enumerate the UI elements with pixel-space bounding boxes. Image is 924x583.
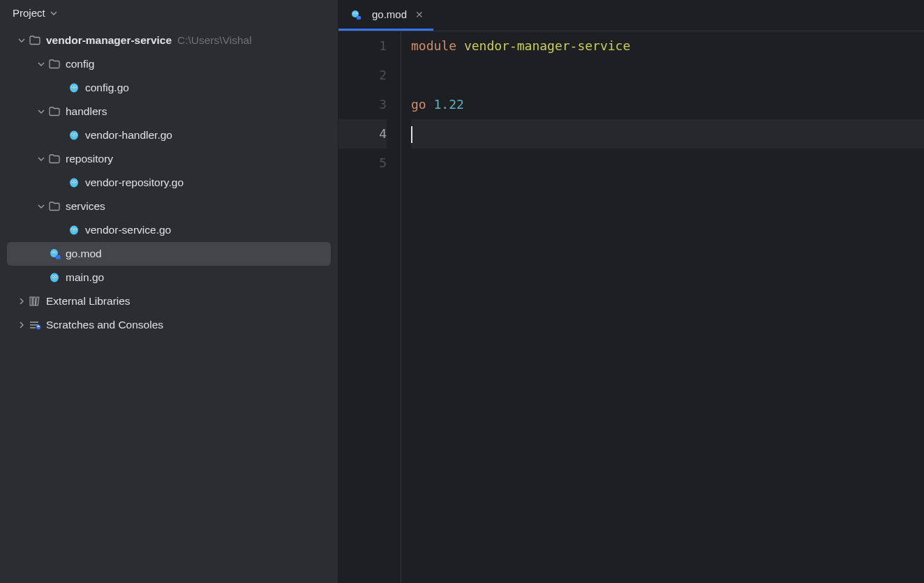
- gopher-icon: [67, 223, 81, 237]
- svg-point-21: [72, 229, 73, 229]
- code-line-3: go 1.22: [411, 90, 924, 119]
- tree-item-scratches-and-consoles[interactable]: Scratches and Consoles: [0, 313, 338, 337]
- svg-point-15: [72, 181, 73, 182]
- tree-item-label: Scratches and Consoles: [46, 319, 163, 331]
- svg-point-34: [55, 276, 56, 277]
- tree-item-label: go.mod: [66, 248, 102, 260]
- chevron-right-icon[interactable]: [15, 319, 28, 331]
- tree-item-main-go[interactable]: main.go: [0, 266, 338, 289]
- chevron-down-icon[interactable]: [35, 153, 47, 165]
- line-number[interactable]: 2: [338, 61, 387, 90]
- chevron-down-icon[interactable]: [15, 34, 28, 47]
- svg-rect-37: [33, 297, 36, 305]
- folder-icon: [47, 105, 61, 119]
- tree-item-services[interactable]: services: [0, 195, 338, 218]
- svg-rect-50: [357, 16, 361, 20]
- tree-item-vendor-handler-go[interactable]: vendor-handler.go: [0, 123, 338, 147]
- gopher-icon: [67, 81, 81, 95]
- tree-item-label: handlers: [66, 105, 107, 118]
- tree-item-path: C:\Users\Vishal: [177, 34, 252, 47]
- keyword-go: go: [411, 97, 426, 112]
- tree-item-config-go[interactable]: config.go: [0, 76, 338, 100]
- line-gutter[interactable]: 12345: [338, 31, 401, 583]
- scratch-icon: [28, 318, 42, 332]
- tree-item-vendor-repository-go[interactable]: vendor-repository.go: [0, 171, 338, 195]
- tree-item-go-mod[interactable]: go.mod: [7, 242, 331, 266]
- project-header[interactable]: Project: [0, 0, 338, 26]
- tree-item-label: vendor-manager-service: [46, 34, 172, 47]
- tree-item-label: vendor-service.go: [85, 224, 171, 236]
- chevron-down-icon[interactable]: [35, 105, 47, 118]
- svg-rect-29: [56, 255, 61, 259]
- gopher-icon: [47, 271, 61, 285]
- svg-rect-38: [36, 297, 39, 305]
- app-root: Project vendor-manager-serviceC:\Users\V…: [0, 0, 924, 583]
- file-tree[interactable]: vendor-manager-serviceC:\Users\Vishalcon…: [0, 26, 338, 583]
- gopher-mod-icon: [47, 247, 61, 261]
- svg-point-27: [52, 252, 53, 252]
- tab-label: go.mod: [372, 8, 407, 20]
- project-title: Project: [13, 7, 45, 19]
- close-icon[interactable]: ✕: [415, 9, 424, 20]
- code-line-2: [411, 61, 924, 90]
- chevron-right-icon[interactable]: [15, 295, 28, 308]
- svg-rect-36: [30, 297, 32, 305]
- code-line-1: module vendor-manager-service: [411, 31, 924, 61]
- tree-item-label: vendor-handler.go: [85, 129, 172, 142]
- folder-icon: [47, 152, 61, 166]
- tree-item-config[interactable]: config: [0, 52, 338, 76]
- tree-item-repository[interactable]: repository: [0, 147, 338, 171]
- line-number[interactable]: 1: [338, 31, 387, 61]
- chevron-down-icon: [50, 9, 58, 17]
- svg-point-33: [52, 276, 53, 277]
- svg-point-4: [75, 86, 75, 87]
- tree-item-label: main.go: [66, 271, 104, 284]
- svg-point-9: [72, 134, 73, 135]
- folder-icon: [47, 57, 61, 71]
- folder-icon: [47, 199, 61, 213]
- tree-item-label: config.go: [85, 82, 129, 94]
- tree-item-handlers[interactable]: handlers: [0, 100, 338, 123]
- svg-point-6: [70, 131, 78, 140]
- tree-item-vendor-service-go[interactable]: vendor-service.go: [0, 218, 338, 242]
- editor-panel: go.mod ✕ 12345 module vendor-manager-ser…: [338, 0, 924, 583]
- svg-point-28: [55, 252, 56, 252]
- tab-go-mod[interactable]: go.mod ✕: [338, 0, 433, 31]
- text-cursor: [411, 126, 412, 143]
- svg-point-0: [70, 84, 78, 93]
- svg-point-5: [73, 89, 75, 89]
- svg-point-30: [50, 273, 59, 282]
- tree-item-vendor-manager-service[interactable]: vendor-manager-serviceC:\Users\Vishal: [0, 29, 338, 52]
- code-line-4: [411, 119, 924, 149]
- line-number[interactable]: 5: [338, 149, 387, 178]
- svg-point-48: [353, 13, 354, 13]
- library-icon: [28, 294, 42, 308]
- tab-bar: go.mod ✕: [338, 0, 924, 31]
- module-name: vendor-manager-service: [464, 38, 630, 53]
- tree-item-label: services: [66, 200, 105, 213]
- svg-point-10: [75, 134, 75, 135]
- svg-point-3: [72, 86, 73, 87]
- svg-point-16: [75, 181, 75, 182]
- tree-item-label: External Libraries: [46, 295, 131, 308]
- svg-point-17: [73, 183, 75, 184]
- tree-item-label: repository: [66, 153, 113, 165]
- chevron-down-icon[interactable]: [35, 58, 47, 70]
- svg-point-49: [356, 13, 357, 13]
- tree-item-external-libraries[interactable]: External Libraries: [0, 289, 338, 313]
- svg-point-23: [73, 231, 75, 232]
- keyword-module: module: [411, 38, 456, 53]
- editor-body: 12345 module vendor-manager-service go 1…: [338, 31, 924, 583]
- line-number[interactable]: 4: [338, 119, 387, 149]
- svg-point-18: [70, 226, 78, 235]
- code-line-5: [411, 149, 924, 178]
- chevron-down-icon[interactable]: [35, 200, 47, 213]
- code-area[interactable]: module vendor-manager-service go 1.22: [401, 31, 924, 583]
- gopher-icon: [67, 128, 81, 142]
- folder-icon: [28, 33, 42, 47]
- go-version: 1.22: [434, 97, 464, 112]
- tree-item-label: config: [66, 58, 94, 70]
- svg-point-22: [75, 229, 75, 229]
- line-number[interactable]: 3: [338, 90, 387, 119]
- gopher-mod-icon: [348, 8, 362, 22]
